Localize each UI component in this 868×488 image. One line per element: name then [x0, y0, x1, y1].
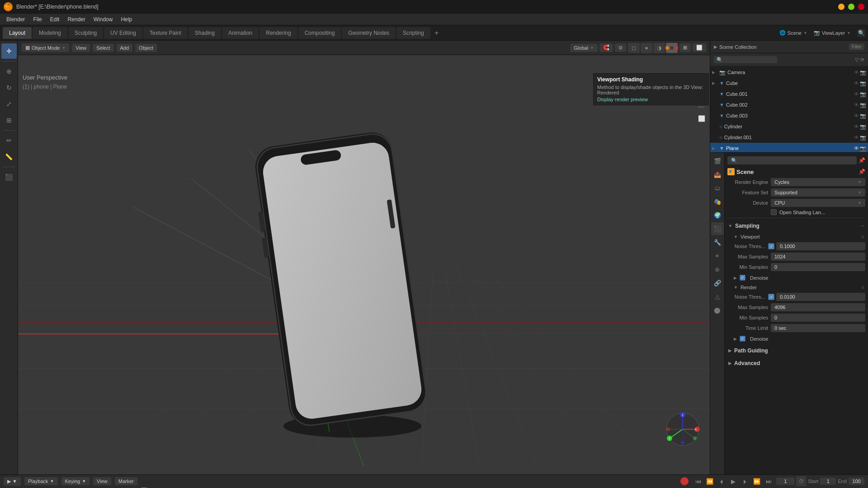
timeline-view-menu[interactable]: View	[93, 477, 111, 485]
xray-button[interactable]: ⬜	[693, 43, 706, 52]
cyl001-render-vis[interactable]: 📷	[860, 135, 866, 141]
start-frame-field[interactable]: 1	[820, 478, 836, 485]
cube003-render-vis[interactable]: 📷	[860, 113, 866, 119]
material-shading[interactable]: ◑	[653, 43, 665, 53]
outliner-item-camera[interactable]: ▶ 📷 Camera 👁 📷	[710, 67, 868, 78]
feature-set-value[interactable]: Supported ▼	[771, 188, 865, 197]
props-tab-object[interactable]: ⬛	[711, 222, 724, 235]
cube003-visibility[interactable]: 👁	[854, 113, 859, 119]
cube002-render-vis[interactable]: 📷	[860, 102, 866, 108]
minimize-button[interactable]	[838, 4, 844, 10]
cube002-visibility[interactable]: 👁	[854, 102, 859, 108]
close-button[interactable]	[858, 4, 864, 10]
props-tab-output[interactable]: 📤	[711, 168, 724, 181]
cyl-visibility[interactable]: 👁	[854, 124, 859, 130]
mode-selector[interactable]: ▦ Object Mode ▼	[22, 43, 69, 52]
outliner-item-cylinder[interactable]: ▶ ○ Cylinder 👁 📷	[710, 121, 868, 132]
viewport-gizmo[interactable]: X Y Z	[665, 411, 701, 447]
denoise-vp-checkbox[interactable]: ✓	[740, 275, 745, 281]
props-tab-particles[interactable]: ✴	[711, 249, 724, 262]
outliner-item-cylinder001[interactable]: ▶ ○ Cylinder.001 👁 📷	[710, 132, 868, 143]
play-forward-button[interactable]: ⏩	[752, 476, 762, 486]
cursor-tool[interactable]: ✛	[1, 43, 17, 59]
frame-back-button[interactable]: ⏴	[717, 476, 726, 486]
noise-threshold-r-field[interactable]: 0.0100	[776, 293, 865, 301]
end-frame-field[interactable]: 100	[849, 478, 864, 485]
tab-rendering[interactable]: Rendering	[259, 27, 297, 39]
props-tab-world[interactable]: 🌍	[711, 209, 724, 221]
object-menu[interactable]: Object	[135, 44, 157, 52]
sampling-section-header[interactable]: ▼ Sampling ···	[727, 221, 865, 231]
timeline-dropdown[interactable]: ▶ ▼	[4, 477, 21, 486]
camera-visibility[interactable]: 👁	[854, 70, 859, 75]
outliner-search-input[interactable]	[714, 56, 777, 63]
tab-uv-editing[interactable]: UV Editing	[104, 27, 142, 39]
tab-modeling[interactable]: Modeling	[33, 27, 67, 39]
outliner-filter-icon[interactable]: ▽	[855, 57, 859, 63]
tab-scripting[interactable]: Scripting	[396, 27, 430, 39]
add-menu[interactable]: Add	[117, 44, 133, 52]
outliner-item-cube002[interactable]: ▶ ▼ Cube.002 👁 📷	[710, 99, 868, 110]
search-button[interactable]: 🔍	[857, 29, 865, 37]
render-shading[interactable]	[666, 43, 678, 53]
open-shading-checkbox[interactable]	[771, 209, 777, 215]
path-guiding-section-header[interactable]: ▶ Path Guiding	[727, 346, 865, 356]
render-engine-value[interactable]: Cycles ▼	[771, 178, 865, 186]
tab-geometry-nodes[interactable]: Geometry Nodes	[342, 27, 396, 39]
local-view-button[interactable]: ⬜	[695, 112, 708, 125]
max-samples-r-field[interactable]: 4096	[771, 303, 865, 311]
noise-threshold-r-check[interactable]: ✓	[768, 294, 774, 300]
record-button[interactable]	[680, 477, 689, 485]
menu-window[interactable]: Window	[90, 15, 117, 24]
outliner-filter-button[interactable]: Filter	[849, 43, 864, 50]
props-tab-modifiers[interactable]: 🔧	[711, 236, 724, 249]
play-button[interactable]: ▶	[728, 476, 738, 486]
add-cube-tool[interactable]: ⬛	[1, 169, 17, 185]
solid-shading[interactable]: ●	[641, 43, 652, 53]
snap-button[interactable]: 🧲	[599, 43, 613, 52]
outliner-sync-icon[interactable]: ⟳	[860, 57, 864, 63]
tab-sculpting[interactable]: Sculpting	[68, 27, 103, 39]
keying-menu[interactable]: Keying ▼	[61, 477, 90, 485]
playback-menu[interactable]: Playback ▼	[24, 477, 58, 485]
cube001-visibility[interactable]: 👁	[854, 91, 859, 97]
add-workspace-button[interactable]: +	[431, 28, 442, 38]
proportional-edit[interactable]: ⊙	[615, 43, 626, 52]
tab-animation[interactable]: Animation	[222, 27, 259, 39]
props-search-input[interactable]	[727, 156, 857, 164]
rotate-tool[interactable]: ↻	[1, 80, 17, 95]
props-tab-physics[interactable]: ⊕	[711, 263, 724, 276]
props-tab-scene[interactable]: 🎭	[711, 195, 724, 208]
cube001-render-vis[interactable]: 📷	[860, 91, 866, 97]
props-tab-render[interactable]: 🎬	[711, 155, 724, 167]
denoise-vp-header[interactable]: ▶ ✓ Denoise	[727, 273, 865, 282]
noise-threshold-vp-check[interactable]: ✓	[768, 243, 774, 249]
menu-edit[interactable]: Edit	[47, 15, 63, 24]
cyl001-visibility[interactable]: 👁	[854, 135, 859, 141]
render-subsection-dots[interactable]: ≡	[862, 285, 864, 290]
frame-forward-button[interactable]: ⏵	[740, 476, 750, 486]
viewport-subsection-header[interactable]: ▼ Viewport ≡	[727, 233, 865, 241]
transform-orientation[interactable]: Global ▼	[570, 44, 598, 52]
menu-help[interactable]: Help	[117, 15, 136, 24]
plane-visibility[interactable]: 👁	[854, 145, 859, 151]
play-backward-button[interactable]: ⏪	[705, 476, 715, 486]
current-frame-field[interactable]: 1	[776, 478, 794, 485]
time-limit-field[interactable]: 0 sec	[771, 324, 865, 332]
cyl-render-vis[interactable]: 📷	[860, 124, 866, 130]
props-tab-data[interactable]: △	[711, 290, 724, 303]
cube-visibility[interactable]: 👁	[854, 80, 859, 86]
maximize-button[interactable]	[848, 4, 854, 10]
render-subsection-header[interactable]: ▼ Render ≡	[727, 283, 865, 291]
tab-texture-paint[interactable]: Texture Paint	[143, 27, 188, 39]
jump-start-button[interactable]: ⏮	[693, 476, 703, 486]
menu-render[interactable]: Render	[64, 15, 89, 24]
props-tab-view[interactable]: 🗂	[711, 182, 724, 194]
menu-blender[interactable]: Blender	[3, 15, 28, 24]
measure-tool[interactable]: 📏	[1, 149, 17, 164]
overlays-button[interactable]: ⊞	[679, 43, 691, 52]
marker-menu[interactable]: Marker	[115, 477, 137, 485]
outliner-item-cube001[interactable]: ▶ ▼ Cube.001 👁 📷	[710, 89, 868, 99]
denoise-r-checkbox[interactable]: ✓	[740, 336, 745, 342]
move-tool[interactable]: ⊕	[1, 64, 17, 79]
